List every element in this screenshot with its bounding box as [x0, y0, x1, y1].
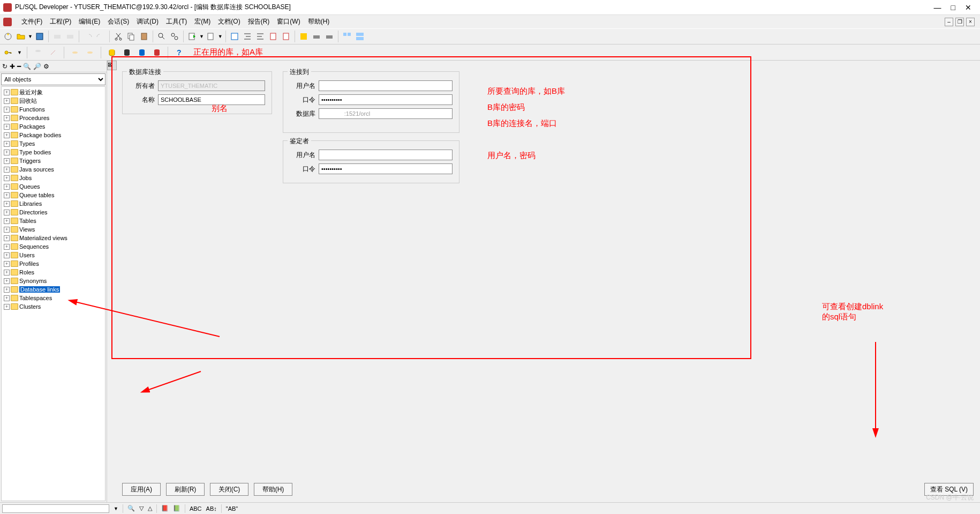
- sb-ab-icon[interactable]: AB↕: [206, 505, 217, 512]
- conn-db-input[interactable]: [319, 108, 453, 119]
- expand-icon[interactable]: +: [4, 201, 10, 207]
- tree-item-profiles[interactable]: +Profiles: [2, 259, 105, 268]
- cut-icon[interactable]: [112, 31, 124, 42]
- sb-up-icon[interactable]: △: [148, 505, 152, 512]
- expand-icon[interactable]: +: [4, 235, 10, 241]
- expand-icon[interactable]: +: [4, 141, 10, 147]
- menu-session[interactable]: 会话(S): [108, 17, 129, 26]
- win2-icon[interactable]: [354, 31, 366, 42]
- conn-user-input[interactable]: [319, 80, 453, 91]
- menu-file[interactable]: 文件(F): [21, 17, 42, 26]
- tree-item-queues[interactable]: +Queues: [2, 182, 105, 191]
- tree-item-clusters[interactable]: +Clusters: [2, 302, 105, 311]
- menu-tools[interactable]: 工具(T): [166, 17, 187, 26]
- object-filter-select[interactable]: All objects: [1, 73, 105, 85]
- mdi-minimize[interactable]: –: [945, 18, 953, 26]
- open-icon[interactable]: [15, 31, 27, 42]
- tree-item-type-bodies[interactable]: +Type bodies: [2, 148, 105, 157]
- sql-icon[interactable]: [229, 31, 240, 42]
- expand-icon[interactable]: +: [4, 167, 10, 173]
- tree-item-packages[interactable]: +Packages: [2, 122, 105, 131]
- object-tree[interactable]: +最近对象+回收站+Functions+Procedures+Packages+…: [1, 86, 105, 501]
- mdi-restore[interactable]: ❐: [955, 18, 964, 26]
- conn2-icon[interactable]: [47, 47, 59, 58]
- page2-icon[interactable]: [280, 31, 292, 42]
- expand-icon[interactable]: +: [4, 287, 10, 293]
- refresh-icon[interactable]: ↻: [2, 63, 7, 70]
- expand-icon[interactable]: +: [4, 304, 10, 310]
- tree-item-database-links[interactable]: +Database links: [2, 285, 105, 294]
- expand-icon[interactable]: +: [4, 278, 10, 284]
- expand-icon[interactable]: +: [4, 218, 10, 224]
- apply-button[interactable]: 应用(A): [122, 483, 161, 496]
- save-icon[interactable]: [34, 31, 46, 42]
- sb-book1-icon[interactable]: 📕: [161, 505, 169, 512]
- expand-icon[interactable]: +: [4, 244, 10, 250]
- expand-icon[interactable]: +: [4, 158, 10, 164]
- expand-icon[interactable]: +: [4, 107, 10, 113]
- add-icon[interactable]: ✚: [10, 63, 15, 70]
- conn1-icon[interactable]: [32, 47, 44, 58]
- replace-icon[interactable]: [169, 31, 180, 42]
- expand-icon[interactable]: +: [4, 175, 10, 181]
- tree-item-java-sources[interactable]: +Java sources: [2, 165, 105, 174]
- help-icon[interactable]: ?: [173, 47, 185, 58]
- tree-item-procedures[interactable]: +Procedures: [2, 114, 105, 122]
- remove-icon[interactable]: ━: [17, 63, 21, 70]
- close-button[interactable]: ✕: [965, 3, 971, 12]
- expand-icon[interactable]: +: [4, 124, 10, 130]
- expand-icon[interactable]: +: [4, 270, 10, 275]
- owner-input[interactable]: [158, 80, 265, 91]
- tree-item-tablespaces[interactable]: +Tablespaces: [2, 294, 105, 302]
- menu-project[interactable]: 工程(P): [50, 17, 71, 26]
- expand-icon[interactable]: +: [4, 210, 10, 215]
- close-dialog-button[interactable]: 关闭(C): [210, 483, 248, 496]
- menu-edit[interactable]: 编辑(E): [79, 17, 100, 26]
- db3-icon[interactable]: [136, 47, 148, 58]
- expand-icon[interactable]: +: [4, 115, 10, 121]
- page1-icon[interactable]: [267, 31, 279, 42]
- tree-item-tables[interactable]: +Tables: [2, 217, 105, 225]
- expand-icon[interactable]: +: [4, 261, 10, 267]
- print2-icon[interactable]: [64, 31, 76, 42]
- exec-icon[interactable]: [186, 31, 198, 42]
- menu-report[interactable]: 报告(R): [248, 17, 270, 26]
- menu-debug[interactable]: 调试(D): [137, 17, 159, 26]
- db4-icon[interactable]: [151, 47, 163, 58]
- sb-down-icon[interactable]: ▽: [139, 505, 144, 512]
- tree-item-types[interactable]: +Types: [2, 139, 105, 148]
- find-tree-icon[interactable]: 🔍: [23, 63, 31, 70]
- tree-item-sequences[interactable]: +Sequences: [2, 242, 105, 251]
- tree-item-functions[interactable]: +Functions: [2, 105, 105, 114]
- sb-abc-icon[interactable]: ABC: [190, 505, 202, 512]
- tree-item-roles[interactable]: +Roles: [2, 268, 105, 277]
- key-icon[interactable]: [2, 47, 14, 58]
- undo-icon[interactable]: [82, 31, 94, 42]
- print-icon[interactable]: [51, 31, 63, 42]
- menu-window[interactable]: 窗口(W): [277, 17, 300, 26]
- expand-icon[interactable]: +: [4, 252, 10, 258]
- outdent-icon[interactable]: [254, 31, 266, 42]
- tree-item-views[interactable]: +Views: [2, 225, 105, 234]
- tree-item-回收站[interactable]: +回收站: [2, 96, 105, 105]
- tree-item-jobs[interactable]: +Jobs: [2, 174, 105, 182]
- db2-icon[interactable]: [121, 47, 133, 58]
- help-button[interactable]: 帮助(H): [254, 483, 292, 496]
- menu-help[interactable]: 帮助(H): [308, 17, 330, 26]
- auth-user-input[interactable]: [319, 150, 453, 160]
- mdi-close[interactable]: ×: [966, 18, 975, 26]
- tool3-icon[interactable]: [323, 31, 335, 42]
- expand-icon[interactable]: +: [4, 295, 10, 301]
- conn-pwd-input[interactable]: [319, 94, 453, 105]
- expand-icon[interactable]: +: [4, 132, 10, 138]
- expand-icon[interactable]: +: [4, 227, 10, 233]
- expand-icon[interactable]: +: [4, 98, 10, 104]
- expand-icon[interactable]: +: [4, 90, 10, 95]
- maximize-button[interactable]: □: [951, 3, 955, 12]
- conn4-icon[interactable]: [84, 47, 96, 58]
- redo-icon[interactable]: [95, 31, 107, 42]
- exec2-icon[interactable]: [205, 31, 217, 42]
- tree-item-package-bodies[interactable]: +Package bodies: [2, 131, 105, 139]
- dialog-handle[interactable]: ⊠: [107, 61, 117, 70]
- auth-pwd-input[interactable]: [319, 163, 453, 174]
